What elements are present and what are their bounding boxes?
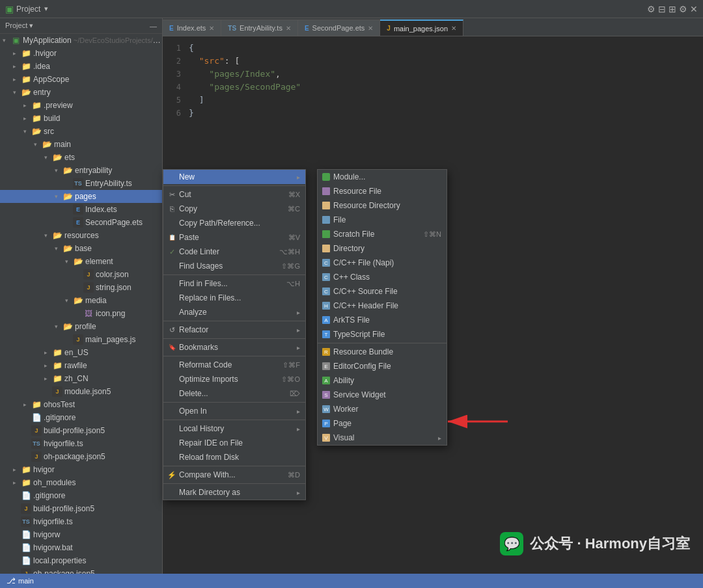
- tree-item-element[interactable]: ▾📂element: [0, 255, 162, 268]
- tree-item-oh-package[interactable]: Joh-package.json5: [0, 450, 162, 463]
- menu-item-find-in-files[interactable]: Find in Files... ⌥H: [163, 276, 305, 291]
- folder-icon: 📂: [52, 230, 62, 241]
- tree-item-base[interactable]: ▾📂base: [0, 242, 162, 255]
- sidebar-collapse-icon[interactable]: —: [150, 22, 157, 30]
- tree-item-main-pages[interactable]: Jmain_pages.js: [0, 333, 162, 346]
- submenu-page[interactable]: P Page: [318, 416, 447, 431]
- tree-item-gitignore2[interactable]: 📄.gitignore: [0, 489, 162, 502]
- tree-item-hvigor2[interactable]: ▸📁hvigor: [0, 463, 162, 476]
- submenu-ability[interactable]: A Ability: [318, 373, 447, 388]
- menu-item-delete[interactable]: Delete... ⌦: [163, 386, 305, 401]
- tab-secondpage[interactable]: E SecondPage.ets ✕: [298, 20, 380, 36]
- submenu-typescript[interactable]: T TypeScript File: [318, 327, 447, 341]
- tree-item-build-profile[interactable]: Jbuild-profile.json5: [0, 424, 162, 437]
- menu-item-repair-ide[interactable]: Repair IDE on File: [163, 436, 305, 450]
- tree-item-color-json[interactable]: Jcolor.json: [0, 268, 162, 281]
- settings-icon[interactable]: ⚙: [647, 4, 655, 14]
- menu-item-refactor[interactable]: Refactor ▸: [163, 323, 305, 337]
- split-icon[interactable]: ⊞: [669, 4, 676, 14]
- tree-item-entryability-ts[interactable]: TSEntryAbility.ts: [0, 177, 162, 190]
- tree-item-media[interactable]: ▾📂media: [0, 294, 162, 307]
- tab-index-close[interactable]: ✕: [209, 25, 214, 32]
- menu-item-cut[interactable]: Cut ⌘X: [163, 187, 305, 202]
- tree-item-oh-modules[interactable]: ▸📁oh_modules: [0, 476, 162, 489]
- dropdown-icon[interactable]: ▾: [44, 5, 48, 13]
- menu-item-new[interactable]: New ▸: [163, 170, 305, 184]
- tree-item-zh-cn[interactable]: ▸📁zh_CN: [0, 372, 162, 385]
- submenu-cpp-source[interactable]: C C/C++ Source File: [318, 284, 447, 299]
- folder-icon: 📂: [73, 256, 83, 267]
- tree-item-preview[interactable]: ▸📁.preview: [0, 99, 162, 112]
- submenu-resource-file[interactable]: Resource File: [318, 184, 447, 198]
- tree-item-local-props[interactable]: 📄local.properties: [0, 554, 162, 567]
- tree-item-hvigorw-bat[interactable]: 📄hvigorw.bat: [0, 541, 162, 554]
- tree-item-myapp[interactable]: ▾▣MyApplication ~/DevEcoStudioProjects/M…: [0, 34, 162, 47]
- tree-item-build-profile2[interactable]: Jbuild-profile.json5: [0, 502, 162, 515]
- menu-item-reformat[interactable]: Reformat Code ⇧⌘F: [163, 358, 305, 372]
- tree-item-hvigorfile2[interactable]: TShvigorfile.ts: [0, 515, 162, 528]
- tab-secondpage-close[interactable]: ✕: [368, 25, 373, 32]
- tree-item-appscope[interactable]: ▸📁AppScope: [0, 73, 162, 86]
- menu-item-copy-path[interactable]: Copy Path/Reference...: [163, 216, 305, 230]
- tree-item-entry[interactable]: ▾📂entry: [0, 86, 162, 99]
- tree-item-hvigorfile-ts[interactable]: TShvigorfile.ts: [0, 437, 162, 450]
- submenu-worker[interactable]: W Worker: [318, 402, 447, 416]
- tree-item-en-us[interactable]: ▸📁en_US: [0, 346, 162, 359]
- menu-item-find-usages[interactable]: Find Usages ⇧⌘G: [163, 259, 305, 273]
- submenu-scratch-file[interactable]: Scratch File ⇧⌘N: [318, 227, 447, 241]
- submenu-cpp-class[interactable]: C C++ Class: [318, 270, 447, 284]
- tree-item-icon-png[interactable]: 🖼icon.png: [0, 307, 162, 320]
- menu-item-analyze[interactable]: Analyze ▸: [163, 305, 305, 319]
- close-toolbar-icon[interactable]: ✕: [690, 4, 698, 14]
- tree-item-module-json5[interactable]: Jmodule.json5: [0, 385, 162, 398]
- submenu-resource-bundle[interactable]: R Resource Bundle: [318, 345, 447, 359]
- submenu-cpp-napi[interactable]: C C/C++ File (Napi): [318, 256, 447, 270]
- submenu-service-widget[interactable]: S Service Widget: [318, 388, 447, 402]
- gear-icon[interactable]: ⚙: [679, 4, 687, 14]
- menu-item-mark-dir[interactable]: Mark Directory as ▸: [163, 485, 305, 500]
- tree-item-rawfile[interactable]: ▸📁rawfile: [0, 359, 162, 372]
- tree-item-pages[interactable]: ▾📂pages: [0, 190, 162, 203]
- tree-item-profile[interactable]: ▾📂profile: [0, 320, 162, 333]
- editorconfig-icon: E: [322, 362, 331, 371]
- menu-item-optimize[interactable]: Optimize Imports ⇧⌘O: [163, 372, 305, 386]
- submenu-visual[interactable]: V Visual ▸: [318, 431, 447, 445]
- tab-index-ets[interactable]: E Index.ets ✕: [163, 20, 221, 36]
- menu-item-open-in[interactable]: Open In ▸: [163, 404, 305, 418]
- tree-item-gitignore[interactable]: 📄.gitignore: [0, 411, 162, 424]
- tree-item-entryability[interactable]: ▾📂entryability: [0, 164, 162, 177]
- tree-item-index-ets[interactable]: EIndex.ets: [0, 203, 162, 216]
- menu-item-reload-disk[interactable]: Reload from Disk: [163, 450, 305, 464]
- submenu-arkts[interactable]: A ArkTS File: [318, 313, 447, 327]
- submenu-module[interactable]: Module...: [318, 170, 447, 184]
- menu-item-compare[interactable]: Compare With... ⌘D: [163, 468, 305, 482]
- tree-item-build[interactable]: ▸📁build: [0, 112, 162, 125]
- menu-item-bookmarks[interactable]: Bookmarks ▸: [163, 340, 305, 354]
- tree-item-src[interactable]: ▾📂src: [0, 125, 162, 138]
- menu-item-replace-in-files[interactable]: Replace in Files...: [163, 291, 305, 305]
- tree-item-main[interactable]: ▾📂main: [0, 138, 162, 151]
- submenu-resource-dir[interactable]: Resource Directory: [318, 198, 447, 213]
- tab-main-pages-close[interactable]: ✕: [451, 25, 456, 32]
- menu-item-local-history[interactable]: Local History ▸: [163, 421, 305, 436]
- submenu-directory[interactable]: Directory: [318, 241, 447, 256]
- tree-item-idea[interactable]: ▸📁.idea: [0, 60, 162, 73]
- menu-item-paste[interactable]: Paste ⌘V: [163, 230, 305, 245]
- tree-item-ohostest[interactable]: ▸📁ohosTest: [0, 398, 162, 411]
- tree-item-string-json[interactable]: Jstring.json: [0, 281, 162, 294]
- tab-entryability[interactable]: TS EntryAbility.ts ✕: [221, 20, 298, 36]
- tab-main-pages[interactable]: J main_pages.json ✕: [380, 20, 463, 36]
- submenu-cpp-header[interactable]: H C/C++ Header File: [318, 299, 447, 313]
- tree-item-hvigorw[interactable]: 📄hvigorw: [0, 528, 162, 541]
- tab-secondpage-label: SecondPage.ets: [312, 24, 365, 32]
- submenu-editorconfig[interactable]: E EditorConfig File: [318, 359, 447, 373]
- tree-item-ets[interactable]: ▾📂ets: [0, 151, 162, 164]
- tree-item-resources[interactable]: ▾📂resources: [0, 229, 162, 242]
- layout-icon[interactable]: ⊟: [658, 4, 666, 14]
- tab-entryability-close[interactable]: ✕: [286, 25, 291, 32]
- tree-item-hvigor[interactable]: ▸📁.hvigor: [0, 47, 162, 60]
- menu-item-code-linter[interactable]: Code Linter ⌥⌘H: [163, 245, 305, 259]
- tree-item-secondpage-ets[interactable]: ESecondPage.ets: [0, 216, 162, 229]
- menu-item-copy[interactable]: Copy ⌘C: [163, 202, 305, 216]
- submenu-file[interactable]: File: [318, 213, 447, 227]
